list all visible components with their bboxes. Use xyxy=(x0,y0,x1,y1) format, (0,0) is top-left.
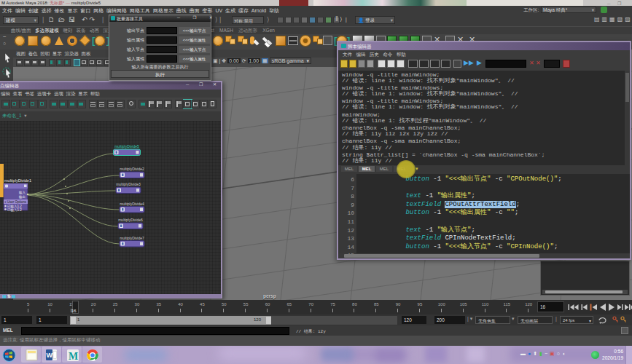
svg-text:multiplyDivide2: multiplyDivide2 xyxy=(120,167,144,171)
svg-text:multiplyDivide6: multiplyDivide6 xyxy=(118,218,143,222)
svg-text:W: W xyxy=(47,352,53,359)
svg-text:multiplyDivide7: multiplyDivide7 xyxy=(120,236,144,240)
svg-text:multiplyDivide4: multiplyDivide4 xyxy=(120,202,144,206)
svg-text:multiplyDivide5: multiplyDivide5 xyxy=(114,144,139,149)
svg-text:M: M xyxy=(69,351,78,362)
svg-text:multiplyDivide3: multiplyDivide3 xyxy=(116,182,141,186)
